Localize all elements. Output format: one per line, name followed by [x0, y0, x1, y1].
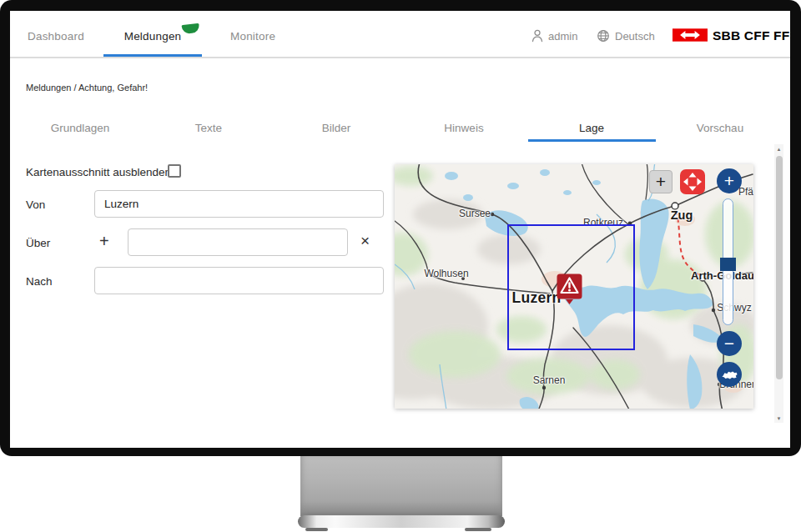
user-menu[interactable]: admin	[531, 28, 577, 44]
nach-input[interactable]	[94, 267, 384, 294]
hazard-marker-icon[interactable]	[557, 274, 582, 305]
language-label: Deutsch	[615, 30, 655, 43]
scrollbar-up-arrow[interactable]: ▲	[774, 144, 783, 153]
tab-grundlagen[interactable]: Grundlagen	[51, 122, 110, 134]
monitor-foot-right	[465, 528, 491, 531]
monitor-stand	[300, 456, 502, 516]
reset-extent-switzerland-button[interactable]	[717, 362, 742, 387]
nav-item-monitore[interactable]: Monitore	[230, 30, 275, 43]
zoom-slider-handle[interactable]	[720, 258, 736, 271]
scrollbar-down-arrow[interactable]: ▼	[774, 414, 783, 423]
ueber-label: Über	[26, 237, 50, 249]
tab-lage[interactable]: Lage	[579, 122, 604, 134]
monitor-foot-left	[305, 528, 328, 531]
add-extent-button[interactable]: +	[649, 170, 673, 193]
meldungen-status-badge	[181, 23, 199, 34]
nach-label: Nach	[26, 275, 53, 288]
ueber-input[interactable]	[128, 228, 348, 256]
pan-tool-button[interactable]	[680, 169, 705, 194]
sbb-logo-icon	[673, 28, 708, 42]
hide-map-label: Kartenausschnitt ausblenden	[26, 166, 171, 178]
hide-map-checkbox[interactable]	[168, 164, 181, 178]
active-tab-underline	[528, 139, 656, 142]
add-via-button[interactable]: +	[99, 233, 109, 249]
brand-wordmark: SBB CFF FFS	[713, 28, 790, 43]
breadcrumb: Meldungen / Achtung, Gefahr!	[26, 83, 148, 93]
map-canvas[interactable]: Sursee Wolhusen Rotkreuz Zug Arth-Goldau…	[395, 164, 753, 409]
tab-bilder[interactable]: Bilder	[322, 122, 351, 134]
von-input[interactable]	[94, 190, 384, 218]
user-icon	[531, 29, 543, 43]
von-label: Von	[26, 198, 45, 211]
tab-vorschau[interactable]: Vorschau	[697, 122, 743, 134]
monitor-base	[298, 515, 505, 528]
language-menu[interactable]: Deutsch	[597, 28, 655, 44]
page-scrollbar[interactable]: ▲ ▼	[774, 144, 783, 423]
nav-item-meldungen[interactable]: Meldungen	[124, 30, 182, 43]
zoom-in-button[interactable]: +	[717, 168, 742, 193]
header-divider	[10, 57, 790, 58]
app-window: Dashboard Meldungen Monitore admin Deuts…	[10, 11, 790, 448]
nav-item-dashboard[interactable]: Dashboard	[28, 30, 84, 43]
user-name: admin	[548, 30, 577, 43]
globe-icon	[597, 29, 610, 43]
switzerland-shape-icon	[721, 369, 738, 380]
clear-via-button[interactable]: ×	[360, 233, 370, 248]
scrollbar-thumb[interactable]	[776, 156, 783, 379]
tab-hinweis[interactable]: Hinweis	[444, 122, 483, 134]
zoom-out-button[interactable]: −	[717, 331, 742, 356]
tab-texte[interactable]: Texte	[195, 122, 222, 134]
pan-arrows-icon	[680, 169, 705, 194]
